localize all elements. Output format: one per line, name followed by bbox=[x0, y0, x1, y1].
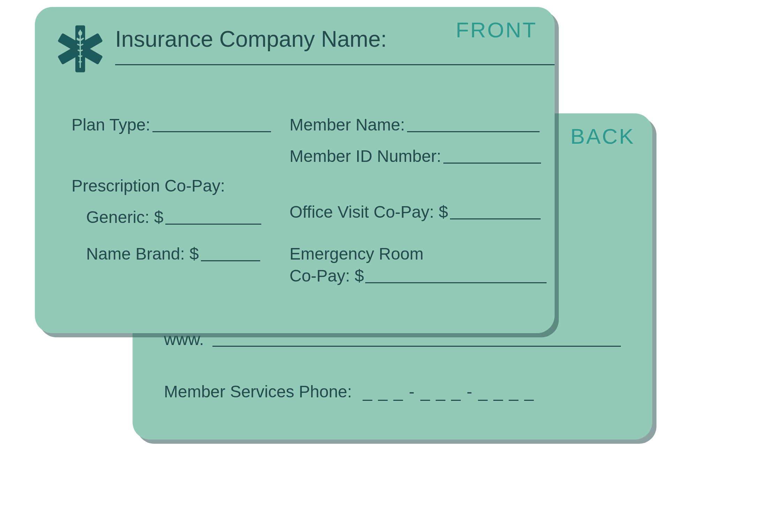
office-visit-label: Office Visit Co-Pay: $ bbox=[290, 202, 450, 222]
member-id-line bbox=[443, 163, 541, 164]
plan-type-label: Plan Type: bbox=[72, 115, 152, 134]
plan-type-field: Plan Type: bbox=[72, 115, 271, 134]
er-line bbox=[365, 282, 547, 283]
member-name-line bbox=[407, 131, 540, 132]
office-visit-field: Office Visit Co-Pay: $ bbox=[290, 202, 541, 222]
phone-placeholder: _ _ _ - _ _ _ - _ _ _ _ bbox=[363, 382, 534, 401]
insurance-card-front: FRONT Insurance Company Name: Plan Typ bbox=[35, 7, 555, 333]
company-name-field: Insurance Company Name: bbox=[115, 26, 562, 65]
phone-label: Member Services Phone: bbox=[164, 382, 352, 401]
company-name-label: Insurance Company Name: bbox=[115, 26, 562, 52]
generic-line bbox=[165, 224, 261, 225]
website-line bbox=[212, 346, 621, 347]
name-brand-line bbox=[201, 260, 260, 261]
phone-field: Member Services Phone: _ _ _ - _ _ _ - _… bbox=[164, 382, 534, 401]
rx-copay-label: Prescription Co-Pay: bbox=[72, 176, 227, 195]
er-copay-field: Emergency Room Co-Pay: $ bbox=[290, 244, 547, 285]
generic-field: Generic: $ bbox=[72, 208, 261, 227]
member-id-field: Member ID Number: bbox=[290, 147, 541, 166]
generic-label: Generic: $ bbox=[86, 208, 165, 227]
plan-type-line bbox=[152, 131, 271, 132]
office-visit-line bbox=[450, 218, 541, 219]
er-label-line2: Co-Pay: $ bbox=[290, 266, 364, 285]
name-brand-label: Name Brand: $ bbox=[86, 244, 201, 263]
company-name-line bbox=[115, 64, 555, 65]
member-name-label: Member Name: bbox=[290, 115, 407, 134]
rx-copay-header: Prescription Co-Pay: bbox=[72, 176, 227, 195]
name-brand-field: Name Brand: $ bbox=[72, 244, 260, 263]
svg-point-3 bbox=[78, 31, 82, 36]
member-name-field: Member Name: bbox=[290, 115, 540, 134]
star-of-life-icon bbox=[56, 24, 105, 73]
member-id-label: Member ID Number: bbox=[290, 147, 443, 166]
er-label-line1: Emergency Room bbox=[290, 244, 547, 263]
